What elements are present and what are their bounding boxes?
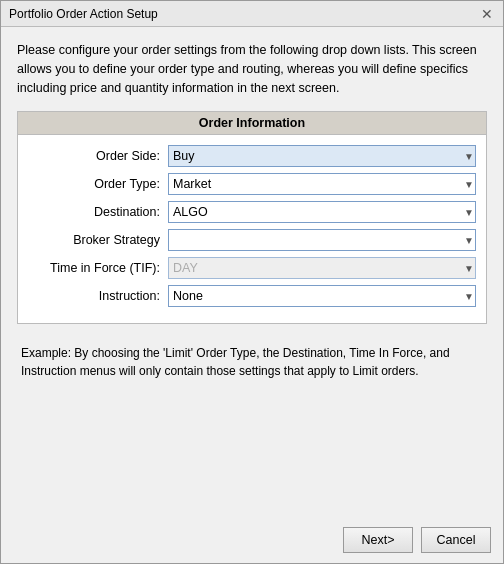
form-row: Instruction:None▼	[28, 285, 476, 307]
panel-content: Order Side:BuySell▼Order Type:MarketLimi…	[18, 135, 486, 323]
description-text: Please configure your order settings fro…	[17, 41, 487, 97]
order-information-panel: Order Information Order Side:BuySell▼Ord…	[17, 111, 487, 324]
close-button[interactable]: ✕	[479, 6, 495, 22]
panel-header: Order Information	[18, 112, 486, 135]
select-wrapper-order-type: MarketLimitStop▼	[168, 173, 476, 195]
main-window: Portfolio Order Action Setup ✕ Please co…	[0, 0, 504, 564]
select-destination[interactable]: ALGO	[168, 201, 476, 223]
next-button[interactable]: Next>	[343, 527, 413, 553]
footer: Next> Cancel	[1, 519, 503, 563]
title-bar: Portfolio Order Action Setup ✕	[1, 1, 503, 27]
select-time-in-force[interactable]: DAY	[168, 257, 476, 279]
select-wrapper-destination: ALGO▼	[168, 201, 476, 223]
form-row: Order Type:MarketLimitStop▼	[28, 173, 476, 195]
control-time-in-force: DAY▼	[168, 257, 476, 279]
label-instruction: Instruction:	[28, 289, 168, 303]
cancel-button[interactable]: Cancel	[421, 527, 491, 553]
label-broker-strategy: Broker Strategy	[28, 233, 168, 247]
form-row: Destination:ALGO▼	[28, 201, 476, 223]
select-instruction[interactable]: None	[168, 285, 476, 307]
control-broker-strategy: ▼	[168, 229, 476, 251]
form-row: Order Side:BuySell▼	[28, 145, 476, 167]
label-time-in-force: Time in Force (TIF):	[28, 261, 168, 275]
select-broker-strategy[interactable]	[168, 229, 476, 251]
window-title: Portfolio Order Action Setup	[9, 7, 158, 21]
label-order-type: Order Type:	[28, 177, 168, 191]
select-order-type[interactable]: MarketLimitStop	[168, 173, 476, 195]
select-wrapper-time-in-force: DAY▼	[168, 257, 476, 279]
select-wrapper-broker-strategy: ▼	[168, 229, 476, 251]
form-row: Time in Force (TIF):DAY▼	[28, 257, 476, 279]
control-order-side: BuySell▼	[168, 145, 476, 167]
control-destination: ALGO▼	[168, 201, 476, 223]
control-instruction: None▼	[168, 285, 476, 307]
label-destination: Destination:	[28, 205, 168, 219]
control-order-type: MarketLimitStop▼	[168, 173, 476, 195]
form-row: Broker Strategy▼	[28, 229, 476, 251]
select-order-side[interactable]: BuySell	[168, 145, 476, 167]
select-wrapper-instruction: None▼	[168, 285, 476, 307]
label-order-side: Order Side:	[28, 149, 168, 163]
select-wrapper-order-side: BuySell▼	[168, 145, 476, 167]
example-text: Example: By choosing the 'Limit' Order T…	[17, 336, 487, 388]
content-area: Please configure your order settings fro…	[1, 27, 503, 519]
